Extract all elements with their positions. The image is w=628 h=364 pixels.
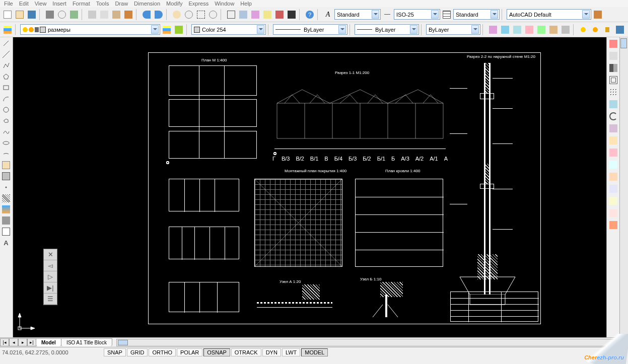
erase-tool[interactable] xyxy=(608,38,619,49)
tab-model[interactable]: Model xyxy=(36,338,61,346)
lineweight-dropdown[interactable]: ByLayer xyxy=(355,24,419,35)
rotate-tool[interactable] xyxy=(608,111,619,122)
help-button[interactable]: ? xyxy=(304,9,315,20)
text-style-dropdown[interactable]: Standard xyxy=(334,9,381,20)
dim-style-dropdown[interactable]: ISO-25 xyxy=(394,9,440,20)
nav-close-button[interactable]: ✕ xyxy=(44,249,57,260)
menu-window[interactable]: Window xyxy=(215,1,234,7)
sheet-set-button[interactable] xyxy=(262,9,273,20)
pan-button[interactable] xyxy=(171,9,182,20)
bulb2-icon[interactable] xyxy=(578,24,589,35)
tab-last-button[interactable]: ▸| xyxy=(27,338,36,346)
menu-modify[interactable]: Modify xyxy=(166,1,182,7)
xline-tool[interactable] xyxy=(1,49,11,59)
plot-edit-icon[interactable] xyxy=(592,9,603,20)
fillet-tool[interactable] xyxy=(608,207,619,219)
pline-tool[interactable] xyxy=(1,60,11,70)
menu-help[interactable]: Help xyxy=(240,1,252,7)
mirror-tool[interactable] xyxy=(608,62,619,74)
offset-tool[interactable] xyxy=(608,75,619,86)
layer-options-button[interactable] xyxy=(560,24,571,35)
layer-match-button[interactable] xyxy=(536,24,547,35)
menu-view[interactable]: View xyxy=(35,1,47,7)
layer-walk-button[interactable] xyxy=(548,24,559,35)
tab-next-button[interactable]: ▸ xyxy=(18,338,27,346)
layer-iso-button[interactable] xyxy=(500,24,511,35)
break-tool[interactable] xyxy=(608,171,619,182)
tab-layout1[interactable]: ISO A1 Title Block xyxy=(61,338,112,346)
nav-play-button[interactable]: ▷ xyxy=(44,271,57,282)
layer-freeze-button[interactable] xyxy=(512,24,523,35)
open-button[interactable] xyxy=(14,9,25,20)
layer-manager-button[interactable] xyxy=(2,24,13,35)
toggle-otrack[interactable]: OTRACK xyxy=(231,348,261,356)
menu-tools[interactable]: Tools xyxy=(96,1,109,7)
join-tool[interactable] xyxy=(608,183,619,194)
paste-button[interactable] xyxy=(111,9,122,20)
horizontal-scrollbar[interactable] xyxy=(116,339,628,346)
playbtn-icon[interactable] xyxy=(614,24,625,35)
linetype-dropdown[interactable]: ByLayer xyxy=(273,24,347,35)
explode-tool[interactable] xyxy=(608,220,619,231)
nav-step-button[interactable]: ▶| xyxy=(44,282,57,294)
chamfer-tool[interactable] xyxy=(608,195,619,206)
toggle-lwt[interactable]: LWT xyxy=(282,348,300,356)
move-tool[interactable] xyxy=(608,99,619,110)
vertical-scrollbar[interactable] xyxy=(619,37,628,337)
menu-edit[interactable]: Edit xyxy=(19,1,29,7)
make-current-button[interactable] xyxy=(487,24,499,35)
menu-format[interactable]: Format xyxy=(73,1,90,7)
revcloud-tool[interactable] xyxy=(1,116,11,126)
toggle-grid[interactable]: GRID xyxy=(127,348,148,356)
zoom-realtime-button[interactable] xyxy=(183,9,194,20)
cut-button[interactable] xyxy=(87,9,98,20)
undo-button[interactable] xyxy=(141,9,152,20)
table-tool[interactable] xyxy=(1,227,11,237)
toggle-snap[interactable]: SNAP xyxy=(104,348,126,356)
toggle-ortho[interactable]: ORTHO xyxy=(149,348,176,356)
dim-style-icon[interactable] xyxy=(382,9,393,20)
lock2-icon[interactable] xyxy=(602,24,613,35)
ellipse-arc-tool[interactable] xyxy=(1,149,11,159)
tab-prev-button[interactable]: ◂ xyxy=(9,338,18,346)
rect-tool[interactable] xyxy=(1,83,11,93)
circle-tool[interactable] xyxy=(1,105,11,115)
array-tool[interactable] xyxy=(608,87,619,98)
menu-draw[interactable]: Draw xyxy=(115,1,128,7)
layer-dropdown[interactable]: размеры xyxy=(20,24,160,35)
plot-button[interactable] xyxy=(44,9,55,20)
save-button[interactable] xyxy=(26,9,37,20)
block-tool[interactable] xyxy=(1,171,11,181)
color-dropdown[interactable]: Color 254 xyxy=(191,24,266,35)
design-center-button[interactable] xyxy=(238,9,249,20)
toggle-model[interactable]: MODEL xyxy=(301,348,328,356)
drawing-canvas[interactable]: План М 1:400 Разрез 1-1 М1:200 xyxy=(13,37,606,337)
region-tool[interactable] xyxy=(1,215,11,226)
mtext-tool[interactable]: A xyxy=(1,238,11,248)
publish-button[interactable] xyxy=(68,9,80,20)
hatch-tool[interactable] xyxy=(1,193,11,203)
nav-list-button[interactable]: ☰ xyxy=(44,294,57,305)
calc-button[interactable] xyxy=(286,9,297,20)
stretch-tool[interactable] xyxy=(608,135,619,146)
layer-states-button[interactable] xyxy=(161,24,172,35)
point-tool[interactable] xyxy=(1,182,11,192)
menu-file[interactable]: File xyxy=(4,1,13,7)
arc-tool[interactable] xyxy=(1,94,11,104)
extend-tool[interactable] xyxy=(608,159,619,170)
ellipse-tool[interactable] xyxy=(1,138,11,148)
layer-prev-button[interactable] xyxy=(173,24,184,35)
redo-button[interactable] xyxy=(153,9,164,20)
copy-tool[interactable] xyxy=(608,50,619,61)
preview-button[interactable] xyxy=(56,9,67,20)
tool-palettes-button[interactable] xyxy=(250,9,261,20)
toggle-dyn[interactable]: DYN xyxy=(262,348,281,356)
trim-tool[interactable] xyxy=(608,147,619,158)
copy-button[interactable] xyxy=(99,9,110,20)
menu-insert[interactable]: Insert xyxy=(52,1,66,7)
table-style-dropdown[interactable]: Standard xyxy=(453,9,500,20)
line-tool[interactable] xyxy=(1,38,11,48)
toggle-polar[interactable]: POLAR xyxy=(177,348,202,356)
text-style-icon[interactable]: A xyxy=(322,9,333,20)
zoom-prev-button[interactable] xyxy=(207,9,219,20)
